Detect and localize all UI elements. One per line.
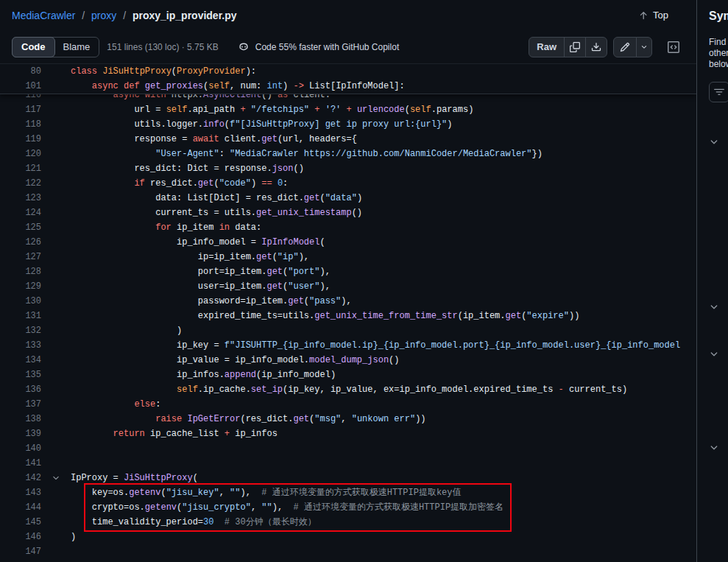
code-text: res_dict: Dict = response.json() xyxy=(71,161,696,176)
line-number[interactable]: 80 xyxy=(0,64,41,79)
line-number[interactable]: 117 xyxy=(0,102,41,117)
line-number[interactable]: 145 xyxy=(0,515,41,530)
code-line: 145 time_validity_period=30 # 30分钟（最长时效） xyxy=(0,515,696,530)
code-text: url = self.api_path + "/fetchips" + '?' … xyxy=(71,102,696,117)
tab-blame[interactable]: Blame xyxy=(54,38,99,57)
line-number[interactable]: 144 xyxy=(0,500,41,515)
code-line: 135 ip_infos.append(ip_info_model) xyxy=(0,368,696,382)
line-number[interactable]: 143 xyxy=(0,485,41,500)
line-number[interactable]: 130 xyxy=(0,294,41,309)
code-line: 125 for ip_item in data: xyxy=(0,220,696,235)
line-number[interactable]: 139 xyxy=(0,426,41,441)
line-number[interactable]: 134 xyxy=(0,353,41,368)
code-line: 138 raise IpGetError(res_dict.get("msg",… xyxy=(0,412,696,426)
line-number[interactable]: 124 xyxy=(0,206,41,220)
gutter-spacer xyxy=(41,250,71,264)
code-line: 121 res_dict: Dict = response.json() xyxy=(0,161,696,176)
line-number[interactable]: 133 xyxy=(0,338,41,353)
code-line: 128 port=ip_item.get("port"), xyxy=(0,264,696,279)
line-number[interactable]: 120 xyxy=(0,147,41,161)
breadcrumb-dir-link[interactable]: proxy xyxy=(91,10,116,21)
code-line: 122 if res_dict.get("code") == 0: xyxy=(0,176,696,191)
line-number[interactable]: 125 xyxy=(0,220,41,235)
code-text: if res_dict.get("code") == 0: xyxy=(71,176,696,191)
gutter-spacer xyxy=(41,102,71,117)
code-text: self.ip_cache.set_ip(ip_key, ip_value, e… xyxy=(71,382,696,397)
line-number[interactable]: 128 xyxy=(0,264,41,279)
gutter-spacer xyxy=(41,206,71,220)
filter-lines-icon xyxy=(714,87,724,97)
code-text: "User-Agent": "MediaCrawler https://gith… xyxy=(71,147,696,161)
download-button[interactable] xyxy=(585,37,607,57)
line-number[interactable]: 126 xyxy=(0,235,41,250)
breadcrumb-repo-link[interactable]: MediaCrawler xyxy=(12,10,75,21)
copilot-banner[interactable]: Code 55% faster with GitHub Copilot xyxy=(238,41,399,53)
line-number[interactable]: 132 xyxy=(0,323,41,338)
gutter-spacer xyxy=(41,485,71,500)
code-text: class JiSuHttpProxy(ProxyProvider): xyxy=(71,64,696,79)
line-number[interactable]: 101 xyxy=(0,79,41,94)
line-number[interactable]: 142 xyxy=(0,471,41,485)
symbol-tree-chevron-down-icon[interactable] xyxy=(709,443,719,453)
gutter-spacer xyxy=(41,117,71,132)
line-number[interactable]: 119 xyxy=(0,132,41,147)
line-number[interactable]: 121 xyxy=(0,161,41,176)
code-text xyxy=(71,441,696,456)
symbols-panel-toggle-button[interactable] xyxy=(662,37,685,57)
code-text: else: xyxy=(71,397,696,412)
tab-code[interactable]: Code xyxy=(12,37,55,57)
file-header: MediaCrawler / proxy / proxy_ip_provider… xyxy=(0,0,696,30)
code-text: ) xyxy=(71,530,696,544)
copy-button[interactable] xyxy=(564,37,586,57)
code-text: ip_infos.append(ip_info_model) xyxy=(71,368,696,382)
line-number[interactable]: 131 xyxy=(0,309,41,323)
code-text xyxy=(71,544,696,559)
line-number[interactable]: 138 xyxy=(0,412,41,426)
download-icon xyxy=(591,42,601,52)
line-number[interactable]: 127 xyxy=(0,250,41,264)
gutter-spacer xyxy=(41,530,71,544)
breadcrumb-separator: / xyxy=(82,10,85,21)
code-line: 137 else: xyxy=(0,397,696,412)
code-text: ip_key = f"JISUHTTP_{ip_info_model.ip}_{… xyxy=(71,338,696,353)
gutter-spacer xyxy=(41,338,71,353)
code-line: 120 "User-Agent": "MediaCrawler https://… xyxy=(0,147,696,161)
edit-dropdown-button[interactable] xyxy=(636,37,652,57)
code-line: 143 key=os.getenv("jisu_key", ""), # 通过环… xyxy=(0,485,696,500)
line-number[interactable]: 136 xyxy=(0,382,41,397)
line-number[interactable]: 123 xyxy=(0,191,41,206)
toolbar-actions: Raw xyxy=(529,37,685,57)
raw-button[interactable]: Raw xyxy=(529,37,565,57)
symbol-tree-chevron-down-icon[interactable] xyxy=(709,349,719,359)
code-blame-switch: Code Blame xyxy=(12,37,99,57)
code-text: response = await client.get(url, headers… xyxy=(71,132,696,147)
line-number[interactable]: 135 xyxy=(0,368,41,382)
scroll-to-top-button[interactable]: Top xyxy=(632,7,674,24)
symbols-panel: Symbols Find definitions and references … xyxy=(696,0,728,562)
line-number[interactable]: 141 xyxy=(0,456,41,471)
gutter-spacer xyxy=(41,294,71,309)
breadcrumb: MediaCrawler / proxy / proxy_ip_provider… xyxy=(12,10,237,21)
code-text: ip_info_model = IpInfoModel( xyxy=(71,235,696,250)
breadcrumb-separator: / xyxy=(123,10,126,21)
code-text: raise IpGetError(res_dict.get("msg", "un… xyxy=(71,412,696,426)
symbols-filter-button[interactable] xyxy=(709,82,728,102)
line-number[interactable]: 137 xyxy=(0,397,41,412)
code-line: 119 response = await client.get(url, hea… xyxy=(0,132,696,147)
edit-button[interactable] xyxy=(613,37,637,57)
fold-chevron-down-icon[interactable] xyxy=(41,471,71,485)
line-number[interactable]: 118 xyxy=(0,117,41,132)
gutter-spacer xyxy=(41,147,71,161)
line-number[interactable]: 147 xyxy=(0,544,41,559)
raw-button-group: Raw xyxy=(529,37,607,57)
code-text: crypto=os.getenv("jisu_crypto", ""), # 通… xyxy=(71,500,696,515)
symbol-tree-chevron-down-icon[interactable] xyxy=(709,302,719,312)
code-text: port=ip_item.get("port"), xyxy=(71,264,696,279)
line-number[interactable]: 129 xyxy=(0,279,41,294)
code-line: 117 url = self.api_path + "/fetchips" + … xyxy=(0,102,696,117)
line-number[interactable]: 146 xyxy=(0,530,41,544)
line-number[interactable]: 140 xyxy=(0,441,41,456)
line-number[interactable]: 122 xyxy=(0,176,41,191)
gutter-spacer xyxy=(41,323,71,338)
symbol-tree-chevron-down-icon[interactable] xyxy=(709,137,719,147)
